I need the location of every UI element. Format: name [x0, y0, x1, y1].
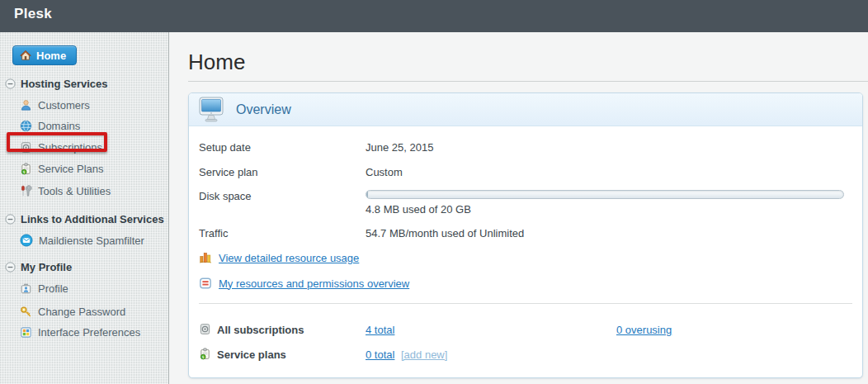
home-icon [20, 50, 31, 61]
disk-space-progressbar [366, 190, 844, 199]
panel-divider [199, 303, 852, 304]
service-plans-summary-icon [199, 348, 211, 360]
main-content: Home Overview Setup date June 25, 2015 S… [170, 32, 868, 384]
sidebar-item-label: Customers [38, 99, 90, 111]
topbar: Plesk [0, 0, 868, 32]
sidebar-item-label: Subscriptions [38, 141, 102, 154]
sidebar-item-label: Maildienste Spamfilter [39, 235, 144, 247]
sidebar-item-label: Change Password [38, 306, 125, 318]
section-label: Hosting Services [21, 78, 108, 90]
field-label: Service plan [199, 166, 258, 178]
sidebar-item-customers[interactable]: Customers [20, 97, 90, 113]
field-label: Disk space [199, 190, 252, 202]
section-my-profile[interactable]: My Profile [5, 258, 72, 275]
plesk-window: Plesk Home Hosting Services Customers [0, 0, 868, 384]
bar-chart-icon [199, 251, 212, 264]
sidebar-item-subscriptions[interactable]: Subscriptions [20, 139, 102, 155]
my-resources-permissions-overview-link[interactable]: My resources and permissions overview [219, 277, 409, 290]
collapse-icon[interactable] [5, 214, 16, 225]
subscriptions-overusing-link[interactable]: 0 overusing [616, 324, 672, 336]
section-label: My Profile [21, 261, 72, 273]
resources-permissions-link-row: My resources and permissions overview [199, 277, 409, 290]
change-password-icon [20, 306, 32, 318]
sidebar-item-label: Tools & Utilities [38, 185, 111, 197]
resource-usage-link-row: View detailed resource usage [199, 251, 359, 264]
tools-icon [20, 185, 32, 197]
collapse-icon[interactable] [5, 78, 16, 89]
interface-preferences-icon [20, 326, 32, 339]
plesk-logo: Plesk [14, 6, 52, 22]
sidebar-item-maildienste-spamfilter[interactable]: Maildienste Spamfilter [20, 232, 144, 249]
sidebar-item-change-password[interactable]: Change Password [20, 303, 125, 320]
home-button[interactable]: Home [12, 45, 77, 65]
field-label: Setup date [199, 141, 251, 154]
sidebar-item-label: Service Plans [38, 163, 103, 175]
sidebar-item-service-plans[interactable]: Service Plans [20, 160, 103, 177]
setup-date-value: June 25, 2015 [366, 141, 433, 154]
overview-panel: Overview Setup date June 25, 2015 Servic… [188, 92, 863, 378]
subscriptions-icon [20, 141, 32, 154]
sidebar-item-label: Interface Preferences [38, 326, 140, 339]
overview-panel-title: Overview [236, 102, 291, 117]
sidebar-item-profile[interactable]: Profile [20, 280, 68, 296]
monitor-icon [197, 97, 225, 123]
customers-icon [20, 99, 32, 111]
all-subscriptions-label: All subscriptions [217, 324, 304, 336]
collapse-icon[interactable] [5, 262, 16, 273]
overview-panel-header: Overview [189, 93, 862, 126]
section-label: Links to Additional Services [21, 213, 164, 225]
home-button-label: Home [36, 50, 66, 62]
spamfilter-icon [20, 234, 33, 247]
service-plans-total-link[interactable]: 0 total [366, 348, 394, 361]
disk-space-value: 4.8 MB used of 20 GB [366, 203, 471, 216]
sidebar-item-interface-preferences[interactable]: Interface Preferences [20, 324, 140, 340]
title-divider [188, 81, 868, 82]
page-title: Home [188, 50, 245, 75]
view-detailed-resource-usage-link[interactable]: View detailed resource usage [219, 252, 359, 264]
sidebar-item-label: Domains [38, 120, 80, 132]
all-subscriptions-icon [199, 323, 211, 335]
sidebar-item-tools-utilities[interactable]: Tools & Utilities [20, 183, 111, 199]
section-hosting-services[interactable]: Hosting Services [5, 75, 108, 92]
traffic-value: 54.7 MB/month used of Unlimited [366, 227, 524, 239]
subscriptions-total-link[interactable]: 4 total [366, 324, 394, 336]
sidebar-item-domains[interactable]: Domains [20, 117, 80, 134]
sidebar-item-label: Profile [38, 282, 68, 295]
section-additional-services[interactable]: Links to Additional Services [5, 211, 164, 227]
resources-list-icon [199, 277, 212, 290]
field-label: Traffic [199, 227, 228, 239]
service-plan-value: Custom [366, 166, 403, 178]
domains-icon [20, 120, 32, 132]
profile-icon [20, 282, 32, 295]
sidebar: Home Hosting Services Customers Domains [0, 32, 169, 384]
service-plans-label: Service plans [217, 348, 286, 361]
disk-space-progress-fill [366, 191, 368, 198]
service-plans-icon [20, 163, 32, 175]
service-plans-add-new-link[interactable]: [add new] [401, 348, 447, 361]
